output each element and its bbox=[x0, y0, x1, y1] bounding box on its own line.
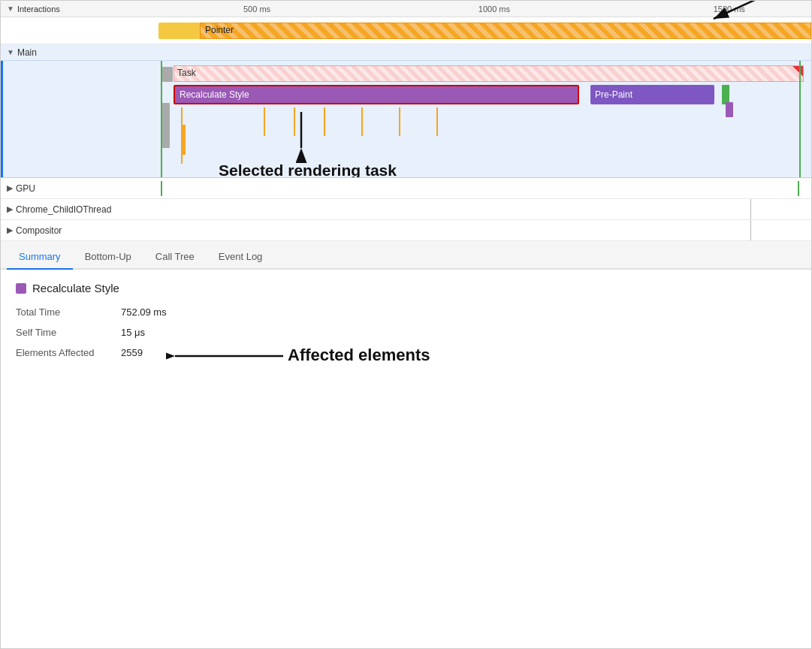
total-time-value: 752.09 ms bbox=[121, 306, 167, 318]
ruler-interactions-label: ▼ Interactions bbox=[1, 5, 158, 14]
thread-rows: ▶ GPU ▶ Chrome_ChildIOThread ▶ Composito… bbox=[1, 178, 811, 241]
compositor-row[interactable]: ▶ Compositor bbox=[1, 220, 811, 241]
total-time-label: Total Time bbox=[16, 306, 106, 318]
task-label: Task bbox=[177, 68, 196, 78]
chrome-child-row[interactable]: ▶ Chrome_ChildIOThread bbox=[1, 199, 811, 220]
elements-affected-label: Elements Affected bbox=[16, 347, 106, 358]
time-ruler: ▼ Interactions 500 ms 1000 ms 1500 ms bbox=[1, 1, 811, 17]
ruler-ticks: 500 ms 1000 ms 1500 ms bbox=[158, 1, 811, 17]
self-time-row: Self Time 15 μs bbox=[16, 327, 796, 338]
prepaint-bar[interactable]: Pre-Paint bbox=[590, 85, 714, 104]
orange-tick-5 bbox=[399, 107, 400, 136]
main-section: ▼ Main Task Recalculate Style Pre-Paint bbox=[1, 44, 811, 178]
orange-small-block bbox=[181, 125, 186, 155]
interactions-content: Pointer bbox=[158, 17, 811, 44]
main-header-row: ▼ Main bbox=[1, 44, 811, 61]
chrome-child-label: ▶ Chrome_ChildIOThread bbox=[1, 204, 158, 215]
total-time-row: Total Time 752.09 ms bbox=[16, 306, 796, 318]
tick-1500: 1500 ms bbox=[714, 5, 745, 14]
gpu-green-dot-left bbox=[161, 181, 162, 196]
orange-tick-6 bbox=[436, 107, 438, 136]
task-bar[interactable]: Task bbox=[174, 65, 804, 82]
svg-text:Selected rendering task: Selected rendering task bbox=[219, 161, 397, 177]
gpu-label: ▶ GPU bbox=[1, 183, 158, 194]
purple-color-swatch bbox=[16, 283, 26, 294]
purple-small-right bbox=[726, 102, 733, 117]
orange-tick-1 bbox=[264, 107, 265, 136]
main-label: ▼ Main bbox=[1, 47, 158, 58]
gpu-row[interactable]: ▶ GPU bbox=[1, 178, 811, 199]
thread-divider bbox=[750, 199, 751, 219]
tab-bottom-up[interactable]: Bottom-Up bbox=[73, 246, 143, 270]
orange-tick-2 bbox=[294, 107, 295, 136]
interactions-header-label: Interactions bbox=[17, 5, 60, 14]
main-section-label: Main bbox=[17, 47, 37, 58]
tab-event-log[interactable]: Event Log bbox=[207, 246, 275, 270]
gray-block-2 bbox=[162, 103, 170, 148]
pointer-yellow-block bbox=[158, 23, 200, 39]
tab-summary[interactable]: Summary bbox=[7, 246, 73, 270]
affected-elements-annotation-svg: Affected elements bbox=[166, 340, 436, 377]
devtools-panel: ▼ Interactions 500 ms 1000 ms 1500 ms Po… bbox=[1, 1, 811, 648]
recalculate-style-label: Recalculate Style bbox=[180, 89, 249, 100]
green-line-left bbox=[161, 61, 162, 177]
compositor-label: ▶ Compositor bbox=[1, 225, 158, 236]
tab-call-tree[interactable]: Call Tree bbox=[143, 246, 207, 270]
self-time-value: 15 μs bbox=[121, 327, 145, 338]
gpu-green-dot-right bbox=[798, 181, 799, 196]
blue-left-border bbox=[1, 61, 3, 177]
recalculate-style-bar[interactable]: Recalculate Style bbox=[174, 85, 579, 104]
interaction-hatched-bar bbox=[200, 23, 811, 39]
summary-title: Recalculate Style bbox=[16, 282, 796, 294]
gray-block-1 bbox=[162, 67, 173, 82]
elements-affected-row: Elements Affected 2559 Affected elements bbox=[16, 347, 796, 358]
tabs-bar: Summary Bottom-Up Call Tree Event Log bbox=[1, 241, 811, 270]
summary-event-name: Recalculate Style bbox=[32, 282, 119, 294]
affected-elements-text: Affected elements bbox=[288, 346, 430, 364]
compositor-chevron-icon[interactable]: ▶ bbox=[7, 225, 13, 235]
orange-tick-3 bbox=[324, 107, 325, 136]
tick-1000: 1000 ms bbox=[478, 5, 510, 14]
task-red-corner bbox=[792, 66, 803, 77]
green-line-right bbox=[799, 61, 801, 177]
tick-500: 500 ms bbox=[243, 5, 270, 14]
rendering-task-annotation-svg: Selected rendering task bbox=[211, 104, 481, 177]
elements-affected-value: 2559 bbox=[121, 347, 143, 358]
pointer-label: Pointer bbox=[205, 25, 234, 35]
compositor-content bbox=[158, 220, 811, 240]
compositor-divider bbox=[750, 220, 751, 240]
gpu-content bbox=[158, 178, 811, 198]
summary-panel: Recalculate Style Total Time 752.09 ms S… bbox=[1, 270, 811, 648]
chrome-child-chevron-icon[interactable]: ▶ bbox=[7, 204, 13, 214]
chrome-child-content bbox=[158, 199, 811, 219]
orange-tick-4 bbox=[361, 107, 363, 136]
self-time-label: Self Time bbox=[16, 327, 106, 338]
prepaint-label: Pre-Paint bbox=[595, 89, 632, 100]
flame-chart-area[interactable]: Task Recalculate Style Pre-Paint bbox=[1, 61, 811, 177]
gpu-chevron-icon[interactable]: ▶ bbox=[7, 183, 13, 193]
interactions-row: Pointer Interaction bbox=[1, 17, 811, 44]
